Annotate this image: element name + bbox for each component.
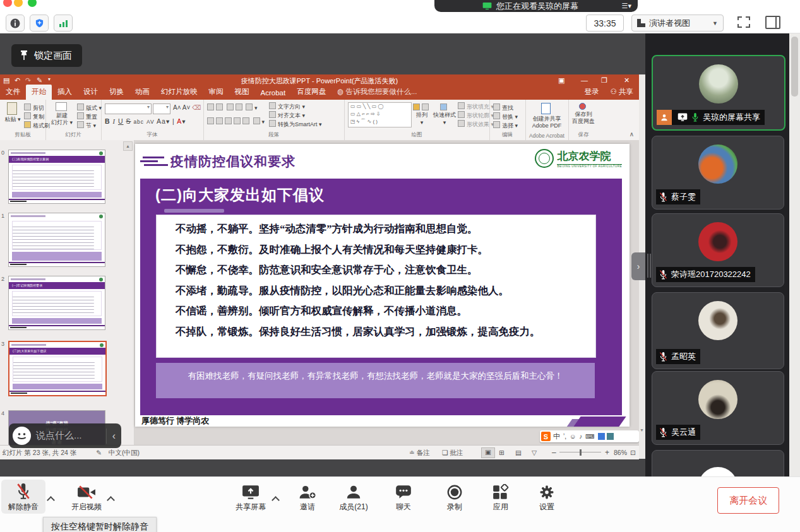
members-button[interactable]: 成员(21) bbox=[331, 482, 376, 512]
slide-thumbnail[interactable] bbox=[8, 213, 105, 267]
chat-quick-input[interactable]: 说点什么... ‹ bbox=[9, 423, 121, 448]
slide-thumbnail[interactable]: (三)再现疫情防控警示案例 bbox=[8, 150, 105, 204]
spellcheck-icon[interactable]: ✎ bbox=[96, 449, 102, 456]
list-buttons[interactable]: ▾ bbox=[207, 103, 258, 111]
tab-home[interactable]: 开始 bbox=[26, 85, 52, 100]
view-mode-dropdown[interactable]: 演讲者视图 ▼ bbox=[631, 15, 724, 32]
section-button[interactable]: 节 ▾ bbox=[77, 121, 96, 130]
align-buttons[interactable]: ▾ bbox=[207, 117, 265, 125]
save-to-pan-button[interactable]: 保存到 百度网盘 bbox=[568, 103, 599, 125]
toggle-sidebar-button[interactable] bbox=[765, 16, 780, 29]
ime-lang-icon[interactable]: 中 bbox=[553, 432, 560, 441]
zoom-percent[interactable]: 86% bbox=[614, 449, 627, 456]
tab-file[interactable]: 文件 bbox=[0, 85, 26, 100]
select-button[interactable]: 选择 ▾ bbox=[493, 121, 518, 130]
tab-slideshow[interactable]: 幻灯片放映 bbox=[155, 85, 203, 100]
reading-view-icon[interactable]: ▤ bbox=[515, 449, 522, 456]
smartart-button[interactable]: 转换为SmartArt ▾ bbox=[269, 120, 322, 129]
zoom-traffic-light[interactable] bbox=[28, 0, 37, 7]
participant-tile[interactable]: 吴云通 bbox=[652, 371, 784, 445]
sogou-logo-icon[interactable]: S bbox=[541, 432, 551, 441]
minimize-traffic-light[interactable] bbox=[14, 0, 23, 7]
participant-tile[interactable]: 荣诗瑶201720322242 bbox=[652, 213, 784, 287]
ribbon-options-icon[interactable]: ▣ bbox=[558, 76, 564, 85]
grow-shrink-font-buttons[interactable]: A˄ A˅ ⌫ bbox=[173, 104, 201, 111]
apps-button[interactable]: 应用 bbox=[479, 482, 523, 512]
arrange-button[interactable]: 排列▾ bbox=[412, 103, 431, 126]
scroll-down-arrow-icon[interactable]: ▼ bbox=[640, 428, 644, 432]
ime-skin-icon[interactable] bbox=[598, 433, 605, 440]
tab-insert[interactable]: 插入 bbox=[52, 85, 78, 100]
replace-button[interactable]: 替换 ▾ bbox=[493, 112, 518, 121]
settings-button[interactable]: 设置 bbox=[525, 482, 569, 512]
chat-input-placeholder[interactable]: 说点什么... bbox=[36, 430, 82, 442]
paste-button[interactable]: 粘贴 ▾ bbox=[4, 102, 21, 124]
participant-tile[interactable] bbox=[652, 450, 784, 476]
share-button[interactable]: ⚇ 共享 bbox=[604, 85, 639, 100]
slide-thumbnail[interactable]: (一)牢记疫情防控要求 bbox=[8, 276, 105, 330]
ime-mic-icon[interactable]: ♪ bbox=[579, 433, 582, 440]
participant-tile[interactable]: 蔡子雯 bbox=[652, 136, 784, 210]
network-stats-button[interactable] bbox=[54, 15, 73, 32]
tab-animations[interactable]: 动画 bbox=[129, 85, 155, 100]
language-indicator[interactable]: 中文(中国) bbox=[109, 449, 140, 458]
banner-menu-icon[interactable]: ☰▾ bbox=[622, 2, 631, 10]
find-button[interactable]: 查找 bbox=[493, 103, 513, 112]
reset-button[interactable]: 重置 bbox=[77, 112, 97, 121]
shapes-gallery[interactable]: ▭ ▭ ╲ ╲ ▭ ◯▭ △ ⌐ ⌐ ⇨ ⇩◳ ϟ ⌒ ∿ ( ) bbox=[348, 102, 412, 127]
chat-button[interactable]: 聊天 bbox=[381, 482, 426, 512]
invite-button[interactable]: 邀请 bbox=[285, 482, 330, 512]
tab-view[interactable]: 视图 bbox=[229, 85, 255, 100]
tab-transitions[interactable]: 切换 bbox=[104, 85, 129, 100]
participant-tile[interactable]: 孟昭英 bbox=[652, 292, 784, 369]
ime-toolbox-icon[interactable] bbox=[607, 433, 614, 440]
font-style-buttons[interactable]: B I U S abc AV Aa▾ | A▾ bbox=[105, 117, 186, 125]
ime-punct-icon[interactable]: ’, bbox=[563, 433, 566, 440]
ime-keyboard-icon[interactable]: ⌨ bbox=[585, 433, 594, 440]
tab-acrobat[interactable]: Acrobat bbox=[255, 86, 292, 100]
thumbnail-scroll-up-icon[interactable]: ▲ bbox=[123, 141, 133, 151]
participant-tile[interactable]: 吴琼的屏幕共享 bbox=[652, 55, 785, 131]
fit-slide-icon[interactable]: ⊡ bbox=[630, 449, 636, 456]
lock-screen-button[interactable]: 锁定画面 bbox=[11, 44, 82, 67]
emoji-icon[interactable] bbox=[13, 427, 31, 445]
tab-review[interactable]: 审阅 bbox=[203, 85, 229, 100]
security-button[interactable] bbox=[30, 15, 49, 32]
text-direction-button[interactable]: 文字方向 ▾ bbox=[269, 102, 305, 111]
align-text-button[interactable]: 对齐文本 ▾ bbox=[269, 111, 305, 120]
record-button[interactable]: 录制 bbox=[433, 482, 477, 512]
shape-outline-button[interactable]: 形状轮廓 ▾ bbox=[458, 111, 494, 120]
slide-canvas[interactable]: 疫情防控倡议和要求 北京农学院 BEIJING UNIVERSITY OF AG… bbox=[135, 144, 630, 427]
zoom-slider-thumb[interactable] bbox=[580, 449, 582, 456]
unmute-button[interactable]: 解除静音 bbox=[1, 482, 45, 512]
fullscreen-button[interactable] bbox=[736, 15, 751, 29]
minimize-icon[interactable]: — bbox=[581, 76, 588, 84]
tell-me-box[interactable]: ◍ 告诉我您想要做什么... bbox=[331, 85, 422, 100]
watching-share-banner[interactable]: 您正在观看吴琼的屏幕 ☰▾ bbox=[434, 0, 638, 12]
zoom-out-icon[interactable]: – bbox=[552, 448, 556, 457]
zoom-in-icon[interactable]: + bbox=[605, 448, 609, 457]
share-screen-button[interactable]: 共享屏幕 bbox=[229, 482, 273, 512]
ime-toolbar[interactable]: S 中 ’, ☺ ♪ ⌨ bbox=[540, 430, 639, 442]
quick-styles-button[interactable]: 快速样式▾ bbox=[433, 103, 457, 126]
create-pdf-button[interactable]: 创建并共享 Adobe PDF bbox=[525, 103, 568, 129]
ime-emoji-icon[interactable]: ☺ bbox=[570, 433, 576, 440]
font-name-select[interactable]: ▾ bbox=[105, 103, 152, 114]
comments-button[interactable]: ❏ 批注 bbox=[442, 449, 463, 458]
close-traffic-light[interactable] bbox=[3, 0, 12, 7]
tab-design[interactable]: 设计 bbox=[78, 85, 104, 100]
new-slide-button[interactable]: 新建 幻灯片 ▾ bbox=[48, 102, 76, 126]
signin-button[interactable]: 登录 bbox=[578, 85, 604, 100]
shape-fill-button[interactable]: 形状填充 ▾ bbox=[458, 102, 494, 111]
slide-thumbnail-selected[interactable]: (二)向大家发出如下倡议 bbox=[8, 341, 107, 396]
sidebar-scrollbar-track[interactable] bbox=[789, 33, 800, 476]
meeting-info-button[interactable] bbox=[6, 15, 25, 32]
tab-baidu-pan[interactable]: 百度网盘 bbox=[291, 85, 331, 100]
sidebar-drag-handle[interactable] bbox=[647, 254, 652, 280]
shape-effects-button[interactable]: 形状效果 ▾ bbox=[458, 120, 494, 129]
mic-options-chevron[interactable] bbox=[47, 496, 55, 504]
layout-button[interactable]: 版式 ▾ bbox=[77, 103, 102, 112]
leave-meeting-button[interactable]: 离开会议 bbox=[717, 487, 779, 514]
slide-sorter-icon[interactable]: ⊞ bbox=[499, 449, 504, 456]
start-video-button[interactable]: 开启视频 bbox=[64, 482, 109, 512]
